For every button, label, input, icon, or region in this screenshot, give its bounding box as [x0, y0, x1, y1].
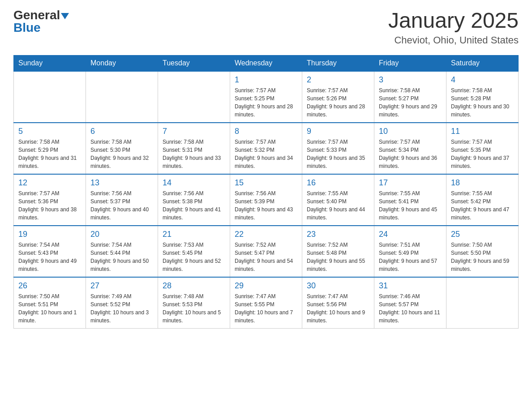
calendar-cell: 12Sunrise: 7:57 AM Sunset: 5:36 PM Dayli… [14, 174, 86, 226]
day-number: 6 [90, 127, 153, 136]
day-number: 2 [307, 75, 369, 85]
logo-triangle-icon [61, 13, 69, 19]
day-number: 23 [307, 230, 369, 239]
calendar-cell: 29Sunrise: 7:47 AM Sunset: 5:55 PM Dayli… [230, 277, 302, 329]
day-info: Sunrise: 7:56 AM Sunset: 5:37 PM Dayligh… [90, 189, 153, 222]
calendar-cell: 14Sunrise: 7:56 AM Sunset: 5:38 PM Dayli… [158, 174, 230, 226]
week-row-2: 5Sunrise: 7:58 AM Sunset: 5:29 PM Daylig… [14, 123, 519, 174]
calendar-cell: 20Sunrise: 7:54 AM Sunset: 5:44 PM Dayli… [86, 226, 158, 277]
day-number: 9 [307, 127, 369, 136]
calendar-cell: 11Sunrise: 7:57 AM Sunset: 5:35 PM Dayli… [446, 123, 519, 174]
calendar-cell: 27Sunrise: 7:49 AM Sunset: 5:52 PM Dayli… [86, 277, 158, 329]
weekday-header-friday: Friday [374, 55, 446, 71]
day-info: Sunrise: 7:50 AM Sunset: 5:51 PM Dayligh… [18, 292, 81, 325]
day-number: 5 [18, 127, 81, 136]
calendar-cell [86, 71, 158, 123]
day-info: Sunrise: 7:57 AM Sunset: 5:32 PM Dayligh… [235, 138, 297, 170]
day-number: 14 [163, 178, 225, 188]
day-info: Sunrise: 7:48 AM Sunset: 5:53 PM Dayligh… [163, 292, 225, 325]
calendar-cell: 9Sunrise: 7:57 AM Sunset: 5:33 PM Daylig… [302, 123, 374, 174]
day-info: Sunrise: 7:47 AM Sunset: 5:56 PM Dayligh… [307, 292, 369, 325]
day-info: Sunrise: 7:54 AM Sunset: 5:44 PM Dayligh… [90, 241, 153, 273]
calendar-cell: 17Sunrise: 7:55 AM Sunset: 5:41 PM Dayli… [374, 174, 446, 226]
day-info: Sunrise: 7:53 AM Sunset: 5:45 PM Dayligh… [163, 241, 225, 273]
calendar-cell: 4Sunrise: 7:58 AM Sunset: 5:28 PM Daylig… [446, 71, 519, 123]
day-number: 17 [379, 178, 442, 188]
location-subtitle: Cheviot, Ohio, United States [388, 34, 519, 46]
day-info: Sunrise: 7:57 AM Sunset: 5:26 PM Dayligh… [307, 86, 369, 119]
day-info: Sunrise: 7:57 AM Sunset: 5:33 PM Dayligh… [307, 138, 369, 170]
day-info: Sunrise: 7:58 AM Sunset: 5:29 PM Dayligh… [18, 138, 81, 170]
month-title: January 2025 [388, 9, 519, 33]
calendar-cell: 31Sunrise: 7:46 AM Sunset: 5:57 PM Dayli… [374, 277, 446, 329]
day-number: 4 [451, 75, 514, 85]
calendar-cell: 8Sunrise: 7:57 AM Sunset: 5:32 PM Daylig… [230, 123, 302, 174]
calendar-cell: 10Sunrise: 7:57 AM Sunset: 5:34 PM Dayli… [374, 123, 446, 174]
calendar-cell: 30Sunrise: 7:47 AM Sunset: 5:56 PM Dayli… [302, 277, 374, 329]
title-block: January 2025 Cheviot, Ohio, United State… [388, 9, 519, 46]
day-info: Sunrise: 7:57 AM Sunset: 5:25 PM Dayligh… [235, 86, 297, 119]
day-info: Sunrise: 7:57 AM Sunset: 5:36 PM Dayligh… [18, 189, 81, 222]
page-header: General Blue January 2025 Cheviot, Ohio,… [13, 9, 519, 46]
day-info: Sunrise: 7:56 AM Sunset: 5:38 PM Dayligh… [163, 189, 225, 222]
logo-top-row: General [13, 9, 69, 21]
calendar-cell [158, 71, 230, 123]
day-info: Sunrise: 7:58 AM Sunset: 5:31 PM Dayligh… [163, 138, 225, 170]
calendar-cell: 19Sunrise: 7:54 AM Sunset: 5:43 PM Dayli… [14, 226, 86, 277]
calendar-cell: 22Sunrise: 7:52 AM Sunset: 5:47 PM Dayli… [230, 226, 302, 277]
day-number: 24 [379, 230, 442, 239]
day-number: 1 [235, 75, 297, 85]
day-info: Sunrise: 7:55 AM Sunset: 5:41 PM Dayligh… [379, 189, 442, 222]
day-number: 15 [235, 178, 297, 188]
logo-blue-text: Blue [13, 21, 41, 34]
day-info: Sunrise: 7:55 AM Sunset: 5:40 PM Dayligh… [307, 189, 369, 222]
day-info: Sunrise: 7:58 AM Sunset: 5:30 PM Dayligh… [90, 138, 153, 170]
calendar-cell: 25Sunrise: 7:50 AM Sunset: 5:50 PM Dayli… [446, 226, 519, 277]
day-info: Sunrise: 7:54 AM Sunset: 5:43 PM Dayligh… [18, 241, 81, 273]
weekday-header-tuesday: Tuesday [158, 55, 230, 71]
week-row-4: 19Sunrise: 7:54 AM Sunset: 5:43 PM Dayli… [14, 226, 519, 277]
calendar-table: SundayMondayTuesdayWednesdayThursdayFrid… [13, 55, 519, 329]
day-number: 19 [18, 230, 81, 239]
day-number: 22 [235, 230, 297, 239]
weekday-header-saturday: Saturday [446, 55, 519, 71]
day-number: 12 [18, 178, 81, 188]
day-number: 20 [90, 230, 153, 239]
weekday-header-thursday: Thursday [302, 55, 374, 71]
weekday-header-monday: Monday [86, 55, 158, 71]
day-number: 18 [451, 178, 514, 188]
week-row-3: 12Sunrise: 7:57 AM Sunset: 5:36 PM Dayli… [14, 174, 519, 226]
calendar-cell: 28Sunrise: 7:48 AM Sunset: 5:53 PM Dayli… [158, 277, 230, 329]
day-number: 11 [451, 127, 514, 136]
day-number: 30 [307, 281, 369, 291]
weekday-header-sunday: Sunday [14, 55, 86, 71]
calendar-cell: 3Sunrise: 7:58 AM Sunset: 5:27 PM Daylig… [374, 71, 446, 123]
calendar-cell: 6Sunrise: 7:58 AM Sunset: 5:30 PM Daylig… [86, 123, 158, 174]
day-number: 21 [163, 230, 225, 239]
calendar-cell: 21Sunrise: 7:53 AM Sunset: 5:45 PM Dayli… [158, 226, 230, 277]
day-number: 10 [379, 127, 442, 136]
day-info: Sunrise: 7:47 AM Sunset: 5:55 PM Dayligh… [235, 292, 297, 325]
calendar-cell [446, 277, 519, 329]
day-number: 27 [90, 281, 153, 291]
calendar-cell: 1Sunrise: 7:57 AM Sunset: 5:25 PM Daylig… [230, 71, 302, 123]
calendar-cell: 5Sunrise: 7:58 AM Sunset: 5:29 PM Daylig… [14, 123, 86, 174]
day-info: Sunrise: 7:56 AM Sunset: 5:39 PM Dayligh… [235, 189, 297, 222]
calendar-cell: 23Sunrise: 7:52 AM Sunset: 5:48 PM Dayli… [302, 226, 374, 277]
day-number: 13 [90, 178, 153, 188]
day-info: Sunrise: 7:57 AM Sunset: 5:34 PM Dayligh… [379, 138, 442, 170]
day-number: 31 [379, 281, 442, 291]
day-info: Sunrise: 7:52 AM Sunset: 5:48 PM Dayligh… [307, 241, 369, 273]
calendar-cell: 7Sunrise: 7:58 AM Sunset: 5:31 PM Daylig… [158, 123, 230, 174]
weekday-header-row: SundayMondayTuesdayWednesdayThursdayFrid… [14, 55, 519, 71]
day-number: 7 [163, 127, 225, 136]
calendar-cell: 2Sunrise: 7:57 AM Sunset: 5:26 PM Daylig… [302, 71, 374, 123]
day-number: 16 [307, 178, 369, 188]
calendar-cell [14, 71, 86, 123]
day-number: 3 [379, 75, 442, 85]
logo-general-text: General [13, 8, 60, 22]
day-info: Sunrise: 7:58 AM Sunset: 5:28 PM Dayligh… [451, 86, 514, 119]
weekday-header-wednesday: Wednesday [230, 55, 302, 71]
calendar-cell: 24Sunrise: 7:51 AM Sunset: 5:49 PM Dayli… [374, 226, 446, 277]
calendar-cell: 26Sunrise: 7:50 AM Sunset: 5:51 PM Dayli… [14, 277, 86, 329]
